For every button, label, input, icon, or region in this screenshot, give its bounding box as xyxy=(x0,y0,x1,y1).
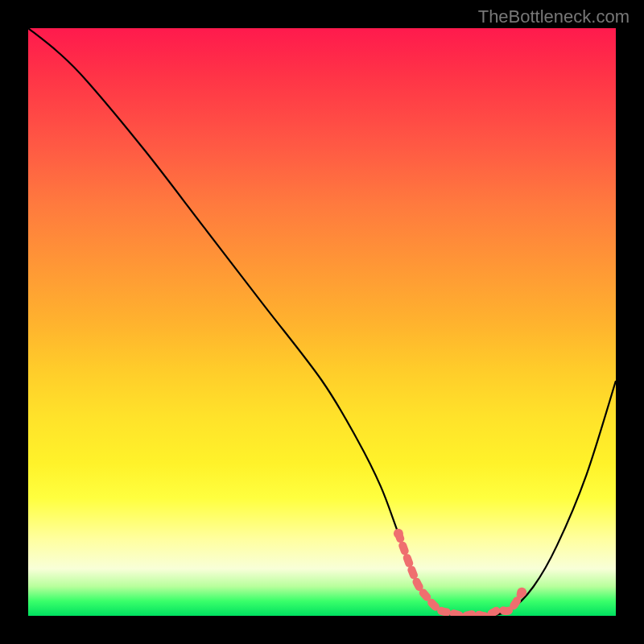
plot-area xyxy=(28,28,616,616)
marker-region xyxy=(394,529,526,616)
watermark-text: TheBottleneck.com xyxy=(478,6,630,27)
svg-point-0 xyxy=(394,529,403,539)
curve-svg xyxy=(28,28,616,616)
svg-point-1 xyxy=(517,588,526,597)
bottleneck-curve xyxy=(28,28,616,616)
chart-container: TheBottleneck.com xyxy=(0,0,644,644)
